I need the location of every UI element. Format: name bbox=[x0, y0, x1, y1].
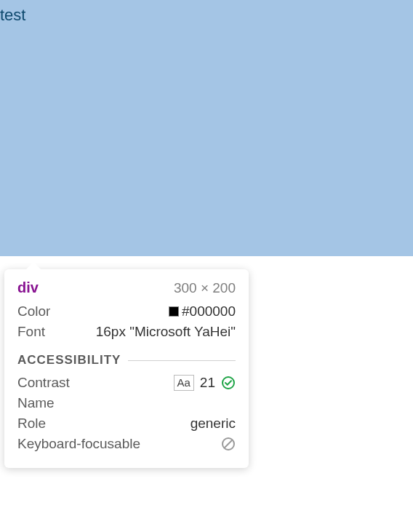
color-label: Color bbox=[17, 303, 50, 319]
element-tag-name: div bbox=[17, 279, 39, 296]
tooltip-header: div 300 × 200 bbox=[17, 279, 236, 296]
font-property-row: Font 16px "Microsoft YaHei" bbox=[17, 324, 236, 340]
accessibility-title: ACCESSIBILITY bbox=[17, 353, 121, 368]
role-label: Role bbox=[17, 416, 46, 432]
contrast-ratio-value: 21 bbox=[200, 375, 215, 391]
accessible-name-row: Name bbox=[17, 395, 236, 411]
inspected-element-preview: test bbox=[0, 0, 413, 256]
role-value: generic bbox=[191, 416, 236, 432]
accessible-name-label: Name bbox=[17, 395, 55, 411]
color-property-row: Color #000000 bbox=[17, 303, 236, 319]
element-text-content: test bbox=[0, 6, 25, 24]
font-value: 16px "Microsoft YaHei" bbox=[96, 324, 236, 340]
element-dimensions: 300 × 200 bbox=[174, 280, 236, 296]
contrast-aa-badge: Aa bbox=[174, 375, 194, 391]
svg-line-2 bbox=[225, 440, 233, 448]
contrast-row: Contrast Aa 21 bbox=[17, 375, 236, 391]
role-row: Role generic bbox=[17, 416, 236, 432]
accessibility-section-header: ACCESSIBILITY bbox=[17, 353, 236, 368]
font-label: Font bbox=[17, 324, 45, 340]
keyboard-focusable-row: Keyboard-focusable bbox=[17, 436, 236, 452]
contrast-value-container: Aa 21 bbox=[174, 375, 236, 391]
color-value-container: #000000 bbox=[169, 303, 236, 319]
keyboard-focusable-label: Keyboard-focusable bbox=[17, 436, 140, 452]
not-allowed-icon bbox=[221, 437, 236, 451]
contrast-label: Contrast bbox=[17, 375, 70, 391]
checkmark-circle-icon bbox=[221, 376, 236, 390]
color-swatch-icon bbox=[169, 306, 179, 317]
color-hex-value: #000000 bbox=[182, 303, 236, 319]
element-inspector-tooltip: div 300 × 200 Color #000000 Font 16px "M… bbox=[4, 269, 249, 468]
section-divider bbox=[128, 360, 236, 361]
